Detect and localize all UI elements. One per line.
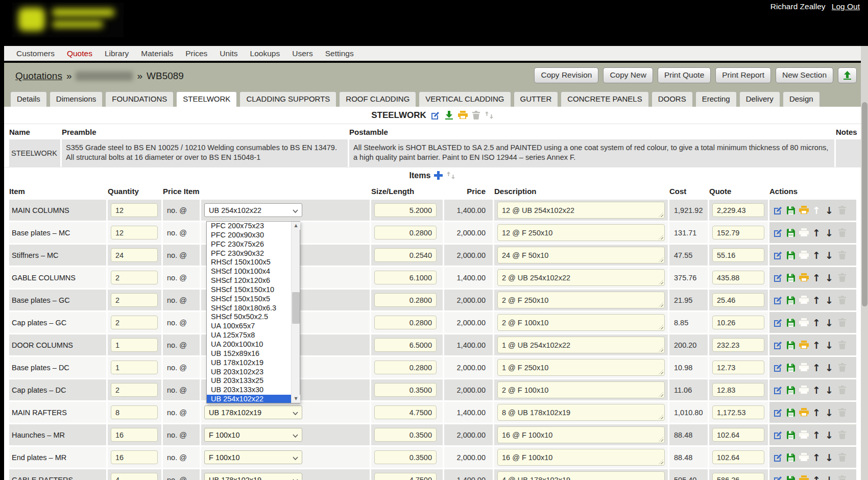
dropdown-option[interactable]: UA 100x65x7 xyxy=(207,322,291,331)
print-icon[interactable] xyxy=(799,363,809,373)
quantity-input[interactable] xyxy=(111,226,158,239)
move-up-icon[interactable]: ↑ xyxy=(811,250,822,260)
page-scroll-thumb[interactable] xyxy=(862,102,867,306)
edit-section-icon[interactable] xyxy=(431,111,440,120)
save-icon[interactable] xyxy=(786,250,796,260)
save-icon[interactable] xyxy=(786,452,796,463)
print-icon[interactable] xyxy=(799,475,809,480)
size-length-input[interactable] xyxy=(374,361,437,374)
size-length-input[interactable] xyxy=(374,383,437,397)
edit-icon[interactable] xyxy=(773,273,783,283)
delete-icon[interactable] xyxy=(837,340,847,350)
move-up-icon[interactable]: ↑ xyxy=(811,430,822,440)
move-down-icon[interactable]: ↓ xyxy=(824,407,834,418)
dropdown-option[interactable]: PFC 230x75x26 xyxy=(207,240,291,249)
save-icon[interactable] xyxy=(786,430,796,440)
size-length-input[interactable] xyxy=(374,338,437,352)
dropdown-option[interactable]: PFC 230x90x32 xyxy=(207,249,291,258)
size-length-input[interactable] xyxy=(374,428,437,442)
size-length-input[interactable] xyxy=(374,248,437,262)
save-icon[interactable] xyxy=(786,363,796,373)
description-textarea[interactable]: 16 @ F 100x10 xyxy=(497,426,665,443)
quote-input[interactable] xyxy=(712,316,764,329)
edit-icon[interactable] xyxy=(773,340,783,350)
quote-input[interactable] xyxy=(712,271,764,284)
print-report-button[interactable]: Print Report xyxy=(715,67,771,83)
quantity-input[interactable] xyxy=(111,271,158,284)
price-item-select[interactable]: F 100x10 xyxy=(204,450,302,464)
edit-icon[interactable] xyxy=(773,318,783,328)
scroll-down-icon[interactable]: ▼ xyxy=(292,395,300,403)
resize-grip-icon[interactable] xyxy=(659,235,663,239)
quantity-input[interactable] xyxy=(111,361,158,374)
print-icon[interactable] xyxy=(799,452,809,463)
print-icon[interactable] xyxy=(799,295,809,305)
save-icon[interactable] xyxy=(786,385,796,395)
dropdown-option[interactable]: UA 125x75x8 xyxy=(207,331,291,340)
quote-input[interactable] xyxy=(712,473,764,480)
tab-details[interactable]: Details xyxy=(10,91,47,107)
move-up-icon[interactable]: ↑ xyxy=(811,228,822,238)
tab-vertical-cladding[interactable]: VERTICAL CLADDING xyxy=(419,91,511,107)
move-down-icon[interactable]: ↓ xyxy=(824,475,834,480)
quote-input[interactable] xyxy=(712,383,764,397)
save-icon[interactable] xyxy=(786,273,796,283)
size-length-input[interactable] xyxy=(374,293,437,307)
delete-icon[interactable] xyxy=(837,205,847,215)
delete-icon[interactable] xyxy=(837,318,847,328)
tab-delivery[interactable]: Delivery xyxy=(739,91,780,107)
page-scrollbar[interactable] xyxy=(861,46,868,480)
nav-item-settings[interactable]: Settings xyxy=(325,49,354,58)
delete-icon[interactable] xyxy=(837,407,847,418)
edit-icon[interactable] xyxy=(773,407,783,418)
quantity-input[interactable] xyxy=(111,338,158,352)
print-quote-button[interactable]: Print Quote xyxy=(658,67,711,83)
tab-concrete-panels[interactable]: CONCRETE PANELS xyxy=(561,91,648,107)
add-item-icon[interactable] xyxy=(433,171,443,180)
resize-grip-icon[interactable] xyxy=(659,212,663,217)
dropdown-option[interactable]: RHScf 150x100x5 xyxy=(207,258,291,267)
move-up-icon[interactable]: ↑ xyxy=(811,295,822,305)
move-down-icon[interactable]: ↓ xyxy=(824,273,834,283)
size-length-input[interactable] xyxy=(374,271,437,284)
resize-grip-icon[interactable] xyxy=(659,460,663,464)
tab-roof-cladding[interactable]: ROOF CLADDING xyxy=(339,91,416,107)
delete-icon[interactable] xyxy=(837,363,847,373)
print-icon[interactable] xyxy=(799,385,809,395)
move-up-icon[interactable]: ↑ xyxy=(811,363,822,373)
new-section-button[interactable]: New Section xyxy=(776,67,833,83)
quantity-input[interactable] xyxy=(111,248,158,262)
move-up-icon[interactable]: ↑ xyxy=(811,452,822,463)
save-icon[interactable] xyxy=(786,407,796,418)
dropdown-scrollbar[interactable]: ▲ ▼ xyxy=(291,222,300,403)
download-icon[interactable] xyxy=(445,111,453,119)
resize-grip-icon[interactable] xyxy=(659,257,663,262)
tab-steelwork[interactable]: STEELWORK xyxy=(176,91,237,107)
print-icon[interactable] xyxy=(799,205,809,215)
description-textarea[interactable]: 24 @ F 50x10 xyxy=(497,247,665,263)
resize-grip-icon[interactable] xyxy=(659,437,663,442)
move-down-icon[interactable]: ↓ xyxy=(824,385,834,395)
nav-item-units[interactable]: Units xyxy=(220,49,237,58)
description-textarea[interactable]: 2 @ UB 254x102x22 xyxy=(497,269,665,286)
move-up-icon[interactable]: ↑ xyxy=(811,273,822,283)
description-textarea[interactable]: 2 @ F 100x10 xyxy=(497,381,665,398)
price-item-select[interactable]: F 100x10 xyxy=(204,428,302,442)
description-textarea[interactable]: 1 @ F 250x10 xyxy=(497,359,665,376)
edit-icon[interactable] xyxy=(773,250,783,260)
quantity-input[interactable] xyxy=(111,428,158,442)
dropdown-option[interactable]: UB 178x102x19 xyxy=(207,358,291,368)
edit-icon[interactable] xyxy=(773,228,783,238)
edit-icon[interactable] xyxy=(773,205,783,215)
company-logo[interactable] xyxy=(12,3,124,37)
size-length-input[interactable] xyxy=(374,405,437,419)
description-textarea[interactable]: 4 @ UB 178x102x19 xyxy=(497,471,665,480)
dropdown-option[interactable]: UB 203x133x30 xyxy=(207,386,291,395)
dropdown-option[interactable]: UB 203x102x23 xyxy=(207,368,291,377)
size-length-input[interactable] xyxy=(374,450,437,464)
move-down-icon[interactable]: ↓ xyxy=(824,318,834,328)
save-icon[interactable] xyxy=(786,205,796,215)
quote-input[interactable] xyxy=(712,450,764,464)
size-length-input[interactable] xyxy=(374,316,437,329)
resize-grip-icon[interactable] xyxy=(659,280,663,284)
